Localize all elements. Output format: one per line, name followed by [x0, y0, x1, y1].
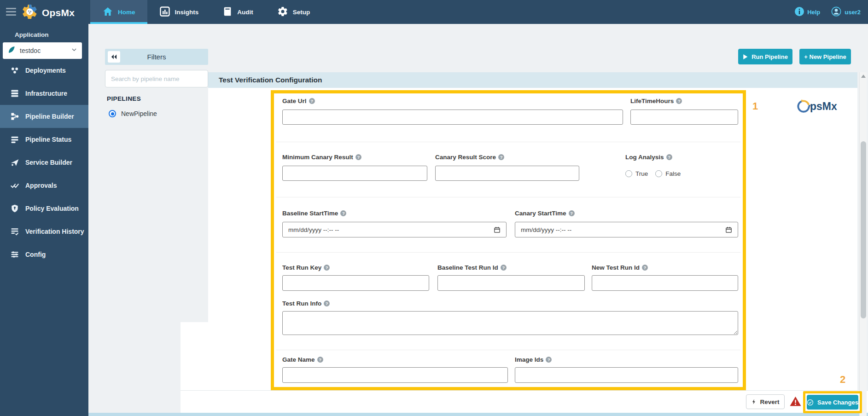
canary-starttime-label: Canary StartTime? [515, 210, 575, 217]
log-analysis-true-option[interactable]: True [625, 170, 648, 177]
canary-starttime-input[interactable]: mm/dd/yyyy --:-- -- [515, 222, 738, 237]
new-test-run-id-label: New Test Run Id? [592, 264, 648, 271]
radio-false[interactable] [655, 170, 662, 177]
scrollbar-up-arrow-icon[interactable] [861, 75, 866, 78]
help-icon[interactable]: ? [676, 98, 682, 104]
collapse-filters-button[interactable] [108, 51, 120, 63]
pipeline-radio-selected[interactable] [109, 110, 116, 117]
gate-url-input[interactable] [282, 110, 623, 125]
sidebar-item-pipeline-status[interactable]: Pipeline Status [0, 128, 88, 151]
form-divider [276, 142, 740, 142]
new-test-run-id-input[interactable] [592, 275, 738, 291]
sidebar-item-label: Approvals [25, 182, 57, 189]
status-bars-icon [10, 135, 19, 144]
application-section-label: Application [15, 31, 49, 38]
lifetimehours-input[interactable] [630, 110, 738, 125]
help-icon[interactable]: ? [501, 265, 507, 271]
warning-icon[interactable] [789, 396, 802, 409]
run-pipeline-button[interactable]: Run Pipeline [738, 49, 792, 64]
help-link[interactable]: Help [795, 7, 820, 17]
sidebar-item-label: Deployments [25, 67, 66, 74]
form-divider [276, 197, 740, 197]
gear-icon [277, 6, 288, 18]
sidebar-item-label: Pipeline Status [25, 136, 71, 143]
application-dropdown[interactable]: testdoc [3, 42, 82, 59]
bottom-strip [88, 413, 868, 416]
log-analysis-false-option[interactable]: False [655, 170, 681, 177]
new-pipeline-label: + New Pipeline [804, 53, 846, 60]
sidebar: Application testdoc Deployments Infrastr… [0, 24, 88, 416]
lifetimehours-label: LifeTimeHours? [630, 98, 682, 104]
canary-result-score-label: Canary Result Score? [435, 154, 504, 161]
book-icon [222, 6, 233, 18]
info-icon [795, 7, 804, 17]
revert-button[interactable]: Revert [746, 394, 785, 409]
opsmx-gear-logo-icon [21, 3, 38, 22]
sidebar-item-approvals[interactable]: Approvals [0, 174, 88, 197]
sidebar-item-label: Config [25, 251, 46, 258]
sidebar-item-infrastructure[interactable]: Infrastructure [0, 82, 88, 105]
test-run-key-input[interactable] [282, 275, 429, 291]
calendar-icon[interactable] [494, 226, 501, 233]
cluster-icon [10, 66, 19, 75]
help-icon[interactable]: ? [569, 210, 575, 216]
new-pipeline-button[interactable]: + New Pipeline [799, 49, 851, 64]
gate-name-input[interactable] [282, 367, 508, 383]
help-icon[interactable]: ? [642, 265, 648, 271]
sidebar-item-verification-history[interactable]: Verification History [0, 220, 88, 243]
calendar-icon[interactable] [725, 226, 732, 233]
sidebar-item-label: Verification History [25, 228, 84, 235]
help-icon[interactable]: ? [355, 154, 361, 160]
baseline-starttime-input[interactable]: mm/dd/yyyy --:-- -- [282, 222, 507, 237]
menu-icon[interactable] [6, 8, 16, 16]
help-icon[interactable]: ? [324, 265, 330, 271]
help-icon[interactable]: ? [324, 300, 330, 306]
sidebar-item-service-builder[interactable]: Service Builder [0, 151, 88, 174]
rewind-icon [111, 54, 117, 60]
sidebar-item-label: Infrastructure [25, 90, 67, 97]
sidebar-item-policy-evaluation[interactable]: Policy Evaluation [0, 197, 88, 220]
user-menu[interactable]: user2 [831, 6, 861, 18]
list-check-icon [10, 227, 19, 236]
vertical-scrollbar[interactable] [859, 72, 867, 416]
tab-home[interactable]: Home [90, 0, 147, 24]
sidebar-item-config[interactable]: Config [0, 243, 88, 266]
save-changes-button[interactable]: Save Changes [807, 395, 858, 410]
help-icon[interactable]: ? [317, 357, 323, 363]
minimum-canary-result-label: Minimum Canary Result? [282, 154, 361, 161]
sidebar-item-pipeline-builder[interactable]: Pipeline Builder [0, 105, 88, 128]
image-ids-label: Image Ids? [515, 356, 552, 363]
opsmx-o-icon [796, 98, 811, 114]
help-icon[interactable]: ? [309, 98, 315, 104]
panel-title: Test Verification Configuration [219, 72, 857, 88]
double-check-icon [10, 181, 19, 190]
scrollbar-thumb[interactable] [861, 141, 866, 318]
help-icon[interactable]: ? [498, 154, 504, 160]
help-icon[interactable]: ? [340, 210, 346, 216]
pipeline-branch-icon [10, 112, 19, 121]
bar-chart-icon [159, 6, 170, 18]
tab-insights[interactable]: Insights [147, 0, 211, 24]
baseline-test-run-id-input[interactable] [437, 275, 585, 291]
minimum-canary-result-input[interactable] [282, 166, 427, 181]
radio-true[interactable] [625, 170, 632, 177]
tab-audit[interactable]: Audit [210, 0, 265, 24]
top-navbar: OpsMx Home Insights [0, 0, 868, 24]
tab-setup[interactable]: Setup [265, 0, 322, 24]
chevron-down-icon [71, 46, 77, 55]
sidebar-item-label: Policy Evaluation [25, 205, 79, 212]
image-ids-input[interactable] [515, 367, 738, 383]
main-tabs: Home Insights Audit [90, 0, 322, 24]
brand-name: OpsMx [42, 7, 75, 18]
test-run-info-textarea[interactable] [282, 311, 738, 335]
watermark-text: psMx [810, 100, 837, 113]
help-icon[interactable]: ? [666, 154, 672, 160]
pipeline-list-item[interactable]: NewPipeline [109, 110, 157, 117]
user-avatar-icon [831, 6, 841, 18]
sidebar-item-deployments[interactable]: Deployments [0, 59, 88, 82]
pipeline-search-input[interactable] [105, 70, 208, 87]
canary-result-score-input[interactable] [435, 166, 579, 181]
annotation-step-2: 2 [840, 374, 845, 386]
filters-header: Filters [105, 49, 208, 65]
help-icon[interactable]: ? [546, 357, 552, 363]
